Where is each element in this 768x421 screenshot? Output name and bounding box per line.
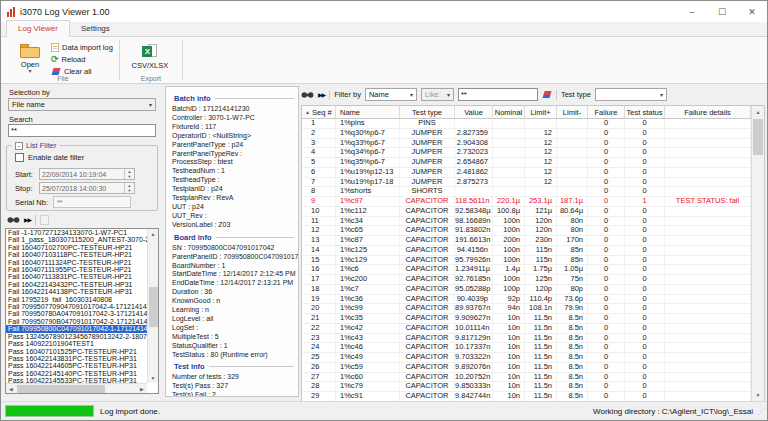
- minimize-button[interactable]: –: [677, 1, 707, 22]
- data-import-log-button[interactable]: Data import log: [51, 43, 113, 52]
- tab-log-viewer[interactable]: Log Viewer: [6, 20, 70, 37]
- maximize-button[interactable]: ☐: [707, 1, 737, 22]
- table-row[interactable]: 81%shortsSHORTS00: [302, 187, 751, 197]
- file-list-item[interactable]: Fail 709950790B047091017042-2-1712141412…: [6, 318, 147, 325]
- table-row[interactable]: 11%pinsPINS00: [302, 119, 751, 129]
- csv-xlsx-button[interactable]: X CSV/XLSX: [128, 40, 172, 70]
- collapse-button[interactable]: -: [15, 142, 23, 150]
- table-row[interactable]: 121%c65CAPACITOR91.83802n100n120n80n00: [302, 226, 751, 236]
- file-list-item[interactable]: Pass 160407101525PC-TESTEUR-HP21: [6, 348, 147, 355]
- find-next-icon[interactable]: ▶▶: [318, 91, 325, 99]
- column-header-value[interactable]: Value: [455, 106, 493, 118]
- scroll-left-icon[interactable]: ◀: [6, 384, 16, 394]
- column-header-name[interactable]: Name: [336, 106, 400, 118]
- file-list-item[interactable]: Pass 140922101904TEST1: [6, 340, 147, 347]
- file-list-item[interactable]: Fail -1-1707271234133070-1-W7-PC1: [6, 229, 147, 236]
- file-list-vertical-scrollbar[interactable]: ▲ ▼: [147, 229, 158, 383]
- file-list-item[interactable]: Fail 160407102700PC-TESTEUR-HP21: [6, 244, 147, 251]
- file-list-item[interactable]: Fail 160407111955PC-TESTEUR-HP21: [6, 266, 147, 273]
- column-header-failure-details[interactable]: Failure details: [665, 106, 751, 118]
- table-row[interactable]: 141%c125CAPACITOR94.4156n100n115n85n00: [302, 246, 751, 256]
- start-datetime-spinner[interactable]: 22/09/2014 10:19:04 ▴▾: [39, 168, 135, 180]
- table-row[interactable]: 161%c6CAPACITOR1.234911µ1.4µ1.75µ1.05µ00: [302, 265, 751, 275]
- file-list-item[interactable]: Fail 160422144138PC-TESTEUR-HP31: [6, 288, 147, 295]
- file-list-item[interactable]: Fail 160407113831PC-TESTEUR-HP21: [6, 273, 147, 280]
- find-icon[interactable]: [301, 91, 314, 99]
- table-row[interactable]: 131%c87CAPACITOR191.6613n200n230n170n00: [302, 236, 751, 246]
- file-list-horizontal-scrollbar[interactable]: ◀ ▶: [6, 383, 147, 393]
- table-row[interactable]: 231%c43CAPACITOR9.817129n10n11.5n8.5n00: [302, 334, 751, 344]
- open-button[interactable]: Open ▾: [11, 40, 49, 74]
- column-header-failure[interactable]: Failure: [588, 106, 625, 118]
- table-row[interactable]: 111%c34CAPACITOR98.16689n100n120n80n00: [302, 217, 751, 227]
- table-row[interactable]: 151%c129CAPACITOR95.79926n100n115n85n00: [302, 256, 751, 266]
- file-list-item[interactable]: Fail 160407111324PC-TESTEUR-HP21: [6, 259, 147, 266]
- table-row[interactable]: 201%c99CAPACITOR89.93767n94n108.1n79.9n0…: [302, 304, 751, 314]
- table-row[interactable]: 291%c91CAPACITOR9.842744n10n11.5n8.5n00: [302, 392, 751, 401]
- table-row[interactable]: 51%q35%p6-7JUMPER2.6548671200: [302, 158, 751, 168]
- file-list-item[interactable]: Pass 160422145140PC-TESTEUR-HP31: [6, 370, 147, 377]
- table-row[interactable]: 61%u19%p12-13JUMPER2.4818621200: [302, 168, 751, 178]
- enable-date-filter-checkbox[interactable]: [15, 153, 24, 162]
- scrollbar-thumb[interactable]: [17, 385, 105, 393]
- table-row[interactable]: 221%c42CAPACITOR10.01114n10n11.5n8.5n00: [302, 324, 751, 334]
- table-row[interactable]: 261%c59CAPACITOR9.892076n10n11.5n8.5n00: [302, 363, 751, 373]
- filter-operator-combo[interactable]: Like ▾: [421, 88, 454, 101]
- column-header-limit-[interactable]: Limit+: [525, 106, 557, 118]
- file-list-item[interactable]: Fail 709950780A047091017042-3-1712141412…: [6, 310, 147, 317]
- table-row[interactable]: 171%c200CAPACITOR92.76185n100n125n75n00: [302, 275, 751, 285]
- selection-by-combo[interactable]: File name ▾: [8, 98, 156, 111]
- find-icon[interactable]: [7, 216, 20, 224]
- table-row[interactable]: 271%c60CAPACITOR10.20752n10n11.5n8.5n00: [302, 373, 751, 383]
- chevron-down-icon[interactable]: ▾: [28, 69, 31, 74]
- find-next-icon[interactable]: ▶▶: [24, 216, 31, 224]
- column-header-limit-[interactable]: Limit-: [557, 106, 588, 118]
- table-row[interactable]: 101%c112CAPACITOR92.58348µ100.8µ121µ80.6…: [302, 207, 751, 217]
- table-row[interactable]: 191%c36CAPACITOR90.4039p92p110.4p73.6p00: [302, 295, 751, 305]
- column-header-seq-[interactable]: ▲Seq #: [302, 106, 336, 118]
- table-row[interactable]: 91%c97CAPACITOR118.5611n220.1µ253.1µ187.…: [302, 197, 751, 207]
- test-type-combo[interactable]: ▾: [595, 88, 667, 101]
- resize-grip[interactable]: ⋰: [757, 410, 765, 418]
- column-header-test-type[interactable]: Test type: [400, 106, 455, 118]
- spinner-arrows-icon[interactable]: ▴▾: [124, 169, 134, 179]
- clear-filter-eraser-icon[interactable]: [542, 91, 552, 99]
- table-row[interactable]: 251%c49CAPACITOR9.703322n10n11.5n8.5n00: [302, 353, 751, 363]
- file-list-item[interactable]: Fail 1795219_fail_160303140808: [6, 296, 147, 303]
- table-row[interactable]: 241%c46CAPACITOR10.17337n10n11.5n8.5n00: [302, 343, 751, 353]
- file-list-item[interactable]: Fail 709950800C047091017042-1-1712141412…: [6, 325, 147, 332]
- tab-settings[interactable]: Settings: [70, 21, 121, 36]
- grid-vertical-scrollbar[interactable]: ▲ ▼: [751, 106, 764, 401]
- file-list-item[interactable]: Pass 1324567890123456789013242-2-1807251…: [6, 333, 147, 340]
- filter-value-input[interactable]: [458, 88, 538, 101]
- spinner-arrows-icon[interactable]: ▴▾: [124, 183, 134, 193]
- search-input[interactable]: [8, 124, 156, 137]
- file-list-item[interactable]: Pass 160422143831PC-TESTEUR-HP31: [6, 355, 147, 362]
- column-header-nominal[interactable]: Nominal: [493, 106, 525, 118]
- file-list-item[interactable]: Fail 160407103118PC-TESTEUR-HP21: [6, 251, 147, 258]
- table-row[interactable]: 21%q30%p6-7JUMPER2.8273591200: [302, 129, 751, 139]
- close-button[interactable]: ✕: [737, 1, 767, 22]
- scroll-right-icon[interactable]: ▶: [137, 384, 147, 394]
- reload-button[interactable]: ⟳ Reload: [51, 55, 113, 64]
- file-list-item[interactable]: Fail 7099507709047091017042-4-1712141412…: [6, 303, 147, 310]
- scroll-up-icon[interactable]: ▲: [752, 107, 764, 117]
- file-list-item[interactable]: Fail 1_pass_180307115200_ANTEST-3070-21: [6, 236, 147, 243]
- file-list-item[interactable]: Pass 160422144605PC-TESTEUR-HP31: [6, 362, 147, 369]
- scrollbar-thumb[interactable]: [149, 287, 158, 327]
- table-row[interactable]: 181%c7CAPACITOR95.05288p100p120p80p00: [302, 285, 751, 295]
- scrollbar-thumb[interactable]: [753, 119, 763, 155]
- stop-datetime-spinner[interactable]: 25/07/2018 14:00:30 ▴▾: [39, 182, 135, 194]
- scroll-up-icon[interactable]: ▲: [148, 229, 158, 239]
- table-row[interactable]: 71%u19%p17-18JUMPER2.8752731200: [302, 178, 751, 188]
- scroll-down-icon[interactable]: ▼: [752, 390, 764, 400]
- table-row[interactable]: 41%q34%p6-7JUMPER2.7320231200: [302, 148, 751, 158]
- table-row[interactable]: 211%c35CAPACITOR9.909627n10n11.5n8.5n00: [302, 314, 751, 324]
- file-list-item[interactable]: Fail 160422143432PC-TESTEUR-HP31: [6, 281, 147, 288]
- filter-field-combo[interactable]: Name ▾: [365, 88, 417, 101]
- table-row[interactable]: 31%q33%p6-7JUMPER2.9043081200: [302, 139, 751, 149]
- column-header-test-status[interactable]: Test status: [625, 106, 665, 118]
- table-row[interactable]: 281%c79CAPACITOR9.850333n10n11.5n8.5n00: [302, 382, 751, 392]
- scroll-down-icon[interactable]: ▼: [148, 373, 158, 383]
- serial-nb-input[interactable]: **: [53, 196, 131, 208]
